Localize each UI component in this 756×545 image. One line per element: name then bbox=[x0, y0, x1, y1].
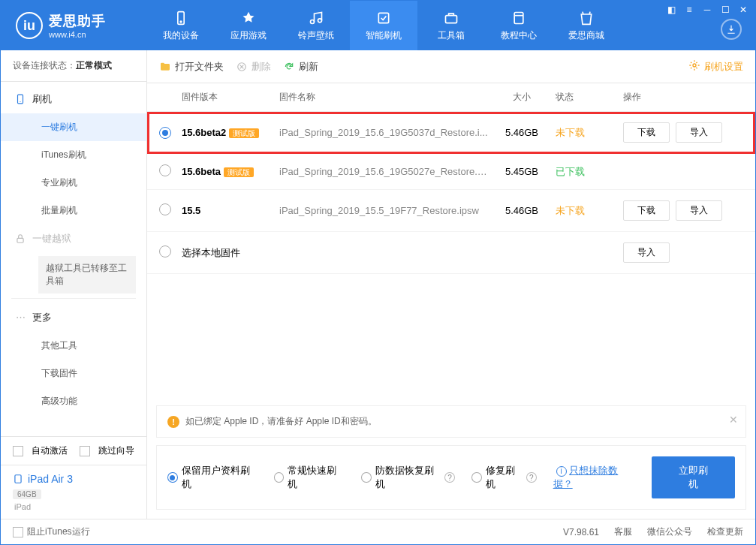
sidebar-section-flash[interactable]: 刷机 bbox=[1, 85, 146, 113]
tab-icon-5 bbox=[511, 10, 527, 26]
skip-guide-checkbox[interactable] bbox=[80, 446, 90, 456]
sidebar-more-item-1[interactable]: 下载固件 bbox=[1, 360, 146, 387]
device-status: 设备连接状态：正常模式 bbox=[1, 50, 146, 82]
firmware-name: iPad_Spring_2019_15.5_19F77_Restore.ipsw bbox=[279, 205, 488, 216]
folder-icon bbox=[159, 61, 171, 73]
table-row[interactable]: 15.6beta测试版iPad_Spring_2019_15.6_19G5027… bbox=[147, 154, 755, 190]
sidebar-section-jailbreak: 一键越狱 bbox=[1, 224, 146, 253]
sidebar-more-item-2[interactable]: 高级功能 bbox=[1, 387, 146, 415]
notice-bar: ! 如已绑定 Apple ID，请准备好 Apple ID和密码。 ✕ bbox=[156, 405, 746, 438]
firmware-status: 已下载 bbox=[556, 165, 623, 179]
block-itunes[interactable]: 阻止iTunes运行 bbox=[13, 525, 90, 538]
warning-icon: ! bbox=[167, 416, 179, 428]
footer: 阻止iTunes运行 V7.98.61 客服 微信公众号 检查更新 bbox=[1, 519, 755, 544]
check-update-link[interactable]: 检查更新 bbox=[707, 525, 743, 538]
download-button[interactable]: 下载 bbox=[623, 200, 670, 221]
sidebar-item-2[interactable]: 专业刷机 bbox=[1, 169, 146, 197]
flash-option-0[interactable]: 保留用户资料刷机 bbox=[167, 464, 258, 491]
device-info[interactable]: iPad Air 3 64GB iPad bbox=[1, 465, 146, 519]
delete-button: 删除 bbox=[236, 60, 271, 74]
tab-icon-3 bbox=[375, 10, 392, 26]
download-button[interactable]: 下载 bbox=[623, 122, 670, 143]
firmware-size: 5.46GB bbox=[488, 127, 556, 138]
tab-icon-1 bbox=[240, 10, 257, 26]
open-folder-button[interactable]: 打开文件夹 bbox=[159, 60, 224, 74]
tab-2[interactable]: 铃声壁纸 bbox=[282, 1, 350, 50]
app-name: 爱思助手 bbox=[49, 12, 106, 30]
tab-icon-6 bbox=[578, 10, 595, 26]
close-icon[interactable]: ✕ bbox=[736, 4, 751, 16]
firmware-status: 未下载 bbox=[556, 204, 623, 218]
support-link[interactable]: 客服 bbox=[614, 525, 632, 538]
tab-5[interactable]: 教程中心 bbox=[485, 1, 553, 50]
table-row[interactable]: 15.6beta2测试版iPad_Spring_2019_15.6_19G503… bbox=[147, 112, 755, 154]
toolbar: 打开文件夹 删除 刷新 刷机设置 bbox=[147, 50, 755, 83]
tab-icon-4 bbox=[443, 10, 459, 26]
refresh-icon bbox=[283, 61, 295, 73]
auto-activate-checkbox[interactable] bbox=[13, 446, 23, 456]
sidebar-item-1[interactable]: iTunes刷机 bbox=[1, 141, 146, 169]
row-radio[interactable] bbox=[159, 127, 171, 139]
tab-icon-2 bbox=[308, 10, 324, 26]
sidebar: 设备连接状态：正常模式 刷机 一键刷机iTunes刷机专业刷机批量刷机 一键越狱… bbox=[1, 50, 147, 519]
row-radio[interactable] bbox=[159, 245, 171, 257]
flash-option-2[interactable]: 防数据恢复刷机? bbox=[361, 464, 455, 491]
sidebar-more-item-0[interactable]: 其他工具 bbox=[1, 332, 146, 360]
main-tabs: 我的设备应用游戏铃声壁纸智能刷机工具箱教程中心爱思商城 bbox=[147, 1, 620, 50]
row-radio[interactable] bbox=[159, 164, 171, 176]
svg-point-3 bbox=[318, 18, 322, 22]
maximize-icon[interactable]: ☐ bbox=[718, 4, 733, 16]
main-panel: 打开文件夹 删除 刷新 刷机设置 固件版本 固件名 bbox=[147, 50, 755, 519]
sidebar-item-3[interactable]: 批量刷机 bbox=[1, 197, 146, 224]
local-firmware-row[interactable]: 选择本地固件导入 bbox=[147, 232, 755, 274]
svg-rect-5 bbox=[446, 15, 457, 23]
flash-options: 保留用户资料刷机常规快速刷机防数据恢复刷机?修复刷机?i 只想抹除数据？立即刷机 bbox=[156, 445, 746, 510]
option-radio[interactable] bbox=[361, 472, 372, 483]
window-controls: ◧ ≡ ─ ☐ ✕ bbox=[664, 4, 751, 16]
block-itunes-checkbox[interactable] bbox=[13, 527, 23, 537]
svg-rect-10 bbox=[15, 475, 21, 483]
tab-icon-0 bbox=[173, 10, 189, 26]
tab-6[interactable]: 爱思商城 bbox=[553, 1, 620, 50]
refresh-button[interactable]: 刷新 bbox=[283, 60, 318, 74]
flash-option-1[interactable]: 常规快速刷机 bbox=[274, 464, 345, 491]
lock-icon bbox=[14, 233, 26, 245]
tab-4[interactable]: 工具箱 bbox=[417, 1, 485, 50]
sidebar-item-0[interactable]: 一键刷机 bbox=[1, 113, 146, 141]
tab-1[interactable]: 应用游戏 bbox=[215, 1, 282, 50]
option-radio[interactable] bbox=[274, 472, 285, 483]
info-icon[interactable]: i bbox=[556, 466, 567, 477]
flash-option-3[interactable]: 修复刷机? bbox=[471, 464, 537, 491]
import-button[interactable]: 导入 bbox=[623, 242, 670, 263]
svg-point-12 bbox=[693, 64, 696, 67]
theme-icon[interactable]: ◧ bbox=[664, 4, 679, 16]
option-radio[interactable] bbox=[471, 472, 482, 483]
import-button[interactable]: 导入 bbox=[676, 200, 722, 221]
svg-rect-9 bbox=[17, 238, 23, 242]
option-radio[interactable] bbox=[167, 472, 178, 483]
tablet-icon bbox=[13, 474, 23, 484]
table-header: 固件版本 固件名称 大小 状态 操作 bbox=[147, 83, 755, 112]
version-label: V7.98.61 bbox=[563, 527, 599, 537]
import-button[interactable]: 导入 bbox=[676, 122, 722, 143]
menu-icon[interactable]: ≡ bbox=[682, 4, 697, 16]
notice-close-icon[interactable]: ✕ bbox=[729, 414, 738, 426]
app-domain: www.i4.cn bbox=[49, 30, 106, 39]
download-indicator-icon[interactable] bbox=[721, 19, 742, 40]
logo[interactable]: iu 爱思助手 www.i4.cn bbox=[1, 12, 147, 39]
flash-settings-button[interactable]: 刷机设置 bbox=[688, 59, 743, 74]
svg-point-2 bbox=[311, 20, 315, 23]
tab-0[interactable]: 我的设备 bbox=[147, 1, 215, 50]
minimize-icon[interactable]: ─ bbox=[700, 4, 715, 16]
table-row[interactable]: 15.5iPad_Spring_2019_15.5_19F77_Restore.… bbox=[147, 190, 755, 232]
sidebar-section-more[interactable]: ⋯ 更多 bbox=[1, 303, 146, 332]
wechat-link[interactable]: 微信公众号 bbox=[647, 525, 692, 538]
svg-rect-4 bbox=[378, 13, 388, 23]
firmware-name: iPad_Spring_2019_15.6_19G5037d_Restore.i… bbox=[279, 127, 488, 138]
gear-icon bbox=[688, 59, 700, 74]
tab-3[interactable]: 智能刷机 bbox=[350, 1, 417, 50]
help-icon[interactable]: ? bbox=[526, 472, 537, 483]
row-radio[interactable] bbox=[159, 203, 171, 215]
flash-now-button[interactable]: 立即刷机 bbox=[652, 456, 735, 498]
help-icon[interactable]: ? bbox=[444, 472, 455, 483]
